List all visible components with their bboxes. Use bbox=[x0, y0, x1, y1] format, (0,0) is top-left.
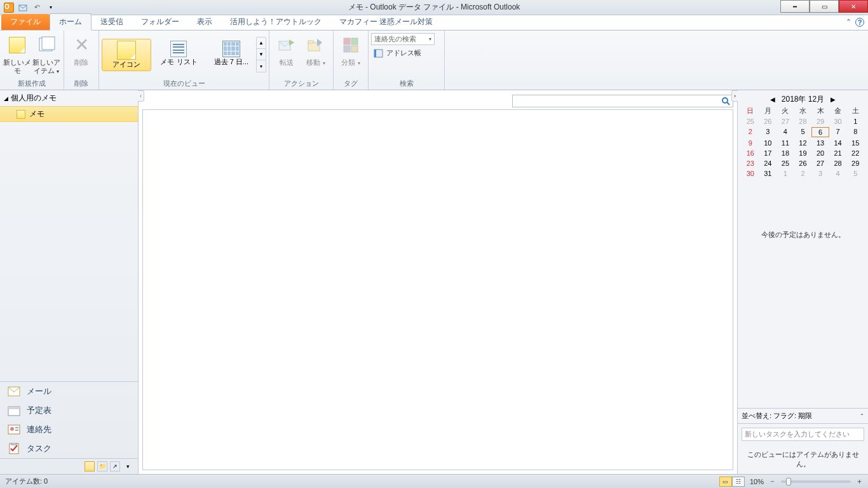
calendar-day[interactable]: 25 bbox=[776, 159, 794, 168]
calendar-day[interactable]: 25 bbox=[742, 117, 759, 126]
tab-send-receive[interactable]: 送受信 bbox=[92, 14, 132, 30]
calendar-day[interactable]: 4 bbox=[776, 127, 794, 137]
calendar-day[interactable]: 1 bbox=[846, 117, 864, 126]
calendar-prev-icon[interactable]: ◀ bbox=[770, 96, 775, 103]
tab-outlook-extras[interactable]: 活用しよう！アウトルック bbox=[221, 14, 330, 30]
outlook-icon[interactable]: O bbox=[3, 1, 15, 14]
calendar-day[interactable]: 8 bbox=[846, 127, 864, 137]
calendar-day[interactable]: 28 bbox=[794, 117, 812, 126]
calendar-day[interactable]: 18 bbox=[776, 149, 794, 158]
calendar-day[interactable]: 19 bbox=[794, 149, 812, 158]
nav-mail[interactable]: メール bbox=[0, 382, 138, 401]
address-book-button[interactable]: アドレス帳 bbox=[371, 47, 442, 59]
nav-contacts-label: 連絡先 bbox=[27, 424, 51, 435]
calendar-day[interactable]: 31 bbox=[759, 169, 777, 178]
search-box[interactable] bbox=[512, 95, 733, 107]
file-tab[interactable]: ファイル bbox=[1, 14, 50, 30]
calendar-day[interactable]: 26 bbox=[794, 159, 812, 168]
view-week-button[interactable]: 過去 7 日... bbox=[207, 39, 256, 71]
zoom-slider[interactable] bbox=[781, 480, 851, 483]
gallery-more-icon[interactable]: ▾ bbox=[257, 60, 266, 72]
calendar-day[interactable]: 30 bbox=[829, 117, 847, 126]
view-reading-icon[interactable]: ☷ bbox=[732, 477, 745, 487]
view-normal-icon[interactable]: ▭ bbox=[719, 477, 732, 487]
nav-calendar[interactable]: 予定表 bbox=[0, 401, 138, 420]
view-list-button[interactable]: メモ リスト bbox=[154, 39, 203, 71]
view-gallery-nav[interactable]: ▲ ▼ ▾ bbox=[256, 37, 266, 72]
zoom-out-icon[interactable]: － bbox=[769, 477, 776, 486]
calendar-day[interactable]: 2 bbox=[794, 169, 812, 178]
calendar-day[interactable]: 21 bbox=[829, 149, 847, 158]
search-contacts-input[interactable]: 連絡先の検索 ▾ bbox=[371, 33, 435, 45]
collapse-right-icon[interactable]: › bbox=[731, 90, 738, 102]
folder-root[interactable]: ◢ 個人用のメモ bbox=[0, 90, 138, 106]
calendar-day[interactable]: 28 bbox=[829, 159, 847, 168]
calendar-next-icon[interactable]: ▶ bbox=[831, 96, 836, 103]
move-button[interactable]: 移動 ▾ bbox=[301, 32, 330, 67]
calendar-day[interactable]: 27 bbox=[776, 117, 794, 126]
calendar-dow-cell: 火 bbox=[776, 106, 794, 116]
calendar-day[interactable]: 11 bbox=[776, 139, 794, 147]
calendar-day[interactable]: 15 bbox=[846, 139, 864, 147]
tab-view[interactable]: 表示 bbox=[188, 14, 221, 30]
tab-mcafee[interactable]: マカフィー 迷惑メール対策 bbox=[330, 14, 442, 30]
minimize-button[interactable]: ━ bbox=[780, 0, 810, 13]
calendar-day[interactable]: 7 bbox=[829, 127, 847, 137]
qat-dropdown-icon[interactable]: ▾ bbox=[44, 1, 57, 14]
calendar-day[interactable]: 1 bbox=[776, 169, 794, 178]
categorize-button[interactable]: 分類 ▾ bbox=[336, 32, 365, 67]
notes-canvas[interactable] bbox=[142, 109, 733, 470]
calendar-day[interactable]: 27 bbox=[811, 159, 829, 168]
calendar-day[interactable]: 26 bbox=[759, 117, 777, 126]
calendar-day[interactable]: 29 bbox=[811, 117, 829, 126]
close-button[interactable]: ✕ bbox=[839, 0, 868, 13]
nav-tasks[interactable]: タスク bbox=[0, 439, 138, 458]
calendar-day[interactable]: 16 bbox=[742, 149, 759, 158]
calendar-grid[interactable]: 2526272829301234567891011121314151617181… bbox=[738, 116, 868, 179]
calendar-day[interactable]: 5 bbox=[794, 127, 812, 137]
gallery-up-icon[interactable]: ▲ bbox=[257, 37, 266, 49]
calendar-day[interactable]: 29 bbox=[846, 159, 864, 168]
calendar-day[interactable]: 24 bbox=[759, 159, 777, 168]
forward-button[interactable]: 転送 bbox=[272, 32, 301, 67]
calendar-day[interactable]: 13 bbox=[811, 139, 829, 147]
calendar-day[interactable]: 23 bbox=[742, 159, 759, 168]
new-task-input[interactable]: 新しいタスクを入力してください bbox=[742, 428, 864, 441]
help-icon[interactable]: ? bbox=[855, 18, 864, 27]
folder-memo[interactable]: メモ bbox=[0, 106, 138, 122]
shortcut-folder-icon[interactable]: 📁 bbox=[97, 461, 107, 471]
maximize-button[interactable]: ▭ bbox=[810, 0, 839, 13]
tab-folder[interactable]: フォルダー bbox=[132, 14, 188, 30]
shortcut-more-icon[interactable]: ▾ bbox=[123, 461, 133, 471]
calendar-day[interactable]: 30 bbox=[742, 169, 759, 178]
nav-contacts[interactable]: 連絡先 bbox=[0, 420, 138, 439]
gallery-down-icon[interactable]: ▼ bbox=[257, 49, 266, 60]
zoom-in-icon[interactable]: ＋ bbox=[856, 477, 863, 486]
calendar-day[interactable]: 20 bbox=[811, 149, 829, 158]
tab-home[interactable]: ホーム bbox=[50, 13, 92, 30]
collapse-left-icon[interactable]: ‹ bbox=[138, 90, 144, 102]
calendar-day[interactable]: 5 bbox=[846, 169, 864, 178]
delete-button[interactable]: ✕ 削除 bbox=[67, 32, 96, 67]
shortcut-link-icon[interactable]: ↗ bbox=[110, 461, 120, 471]
send-receive-icon[interactable] bbox=[17, 1, 29, 14]
view-icon-button[interactable]: アイコン bbox=[102, 39, 151, 71]
shortcut-notes-icon[interactable] bbox=[85, 461, 95, 471]
new-item-button[interactable]: 新しいアイテム ▾ bbox=[32, 32, 61, 75]
minimize-ribbon-icon[interactable]: ⌃ bbox=[846, 18, 851, 27]
undo-icon[interactable]: ↶ bbox=[31, 1, 43, 14]
calendar-day[interactable]: 17 bbox=[759, 149, 777, 158]
calendar-day[interactable]: 3 bbox=[759, 127, 777, 137]
calendar-day[interactable]: 14 bbox=[829, 139, 847, 147]
calendar-day[interactable]: 22 bbox=[846, 149, 864, 158]
calendar-day[interactable]: 3 bbox=[811, 169, 829, 178]
item-count-label: アイテム数: 0 bbox=[5, 477, 48, 486]
new-memo-button[interactable]: 新しいメモ bbox=[3, 32, 32, 75]
task-sort-header[interactable]: 並べ替え: フラグ: 期限 ⌃ bbox=[738, 409, 868, 424]
calendar-day[interactable]: 4 bbox=[829, 169, 847, 178]
calendar-day[interactable]: 9 bbox=[742, 139, 759, 147]
calendar-day[interactable]: 6 bbox=[811, 127, 829, 137]
calendar-day[interactable]: 2 bbox=[742, 127, 759, 137]
calendar-day[interactable]: 10 bbox=[759, 139, 777, 147]
calendar-day[interactable]: 12 bbox=[794, 139, 812, 147]
